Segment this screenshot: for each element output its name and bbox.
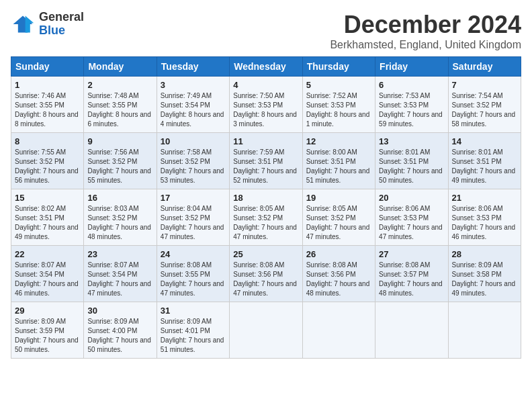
day-number: 14 xyxy=(452,136,517,146)
day-details: Sunrise: 8:09 AMSunset: 3:59 PMDaylight:… xyxy=(15,317,80,355)
day-details: Sunrise: 7:53 AMSunset: 3:53 PMDaylight:… xyxy=(379,91,444,129)
day-details: Sunrise: 8:09 AMSunset: 3:58 PMDaylight:… xyxy=(452,261,517,298)
day-number: 27 xyxy=(379,249,444,259)
day-details: Sunrise: 8:06 AMSunset: 3:53 PMDaylight:… xyxy=(452,204,517,242)
day-cell: 5Sunrise: 7:52 AMSunset: 3:53 PMDaylight… xyxy=(302,77,375,133)
day-cell xyxy=(448,302,521,359)
day-cell: 22Sunrise: 8:07 AMSunset: 3:54 PMDayligh… xyxy=(11,246,84,302)
day-number: 10 xyxy=(161,136,226,146)
day-details: Sunrise: 8:09 AMSunset: 4:01 PMDaylight:… xyxy=(161,317,226,355)
day-number: 18 xyxy=(233,193,298,203)
day-header-thursday: Thursday xyxy=(302,57,375,77)
day-details: Sunrise: 7:56 AMSunset: 3:52 PMDaylight:… xyxy=(87,148,152,185)
day-number: 2 xyxy=(87,80,152,90)
day-number: 6 xyxy=(379,80,444,90)
day-number: 12 xyxy=(306,136,371,146)
day-details: Sunrise: 8:03 AMSunset: 3:52 PMDaylight:… xyxy=(87,204,152,242)
day-number: 4 xyxy=(233,80,298,90)
day-details: Sunrise: 8:07 AMSunset: 3:54 PMDaylight:… xyxy=(87,261,152,298)
day-number: 9 xyxy=(87,136,152,146)
day-cell: 12Sunrise: 8:00 AMSunset: 3:51 PMDayligh… xyxy=(302,133,375,189)
day-cell: 15Sunrise: 8:02 AMSunset: 3:51 PMDayligh… xyxy=(11,189,84,246)
day-details: Sunrise: 8:00 AMSunset: 3:51 PMDaylight:… xyxy=(306,148,371,185)
day-cell: 27Sunrise: 8:08 AMSunset: 3:57 PMDayligh… xyxy=(375,246,448,302)
day-number: 20 xyxy=(379,193,444,203)
day-cell: 23Sunrise: 8:07 AMSunset: 3:54 PMDayligh… xyxy=(84,246,157,302)
day-number: 11 xyxy=(233,136,298,146)
day-header-wednesday: Wednesday xyxy=(230,57,302,77)
logo-text: General Blue xyxy=(39,11,84,38)
day-details: Sunrise: 8:06 AMSunset: 3:53 PMDaylight:… xyxy=(379,204,444,242)
day-details: Sunrise: 8:07 AMSunset: 3:54 PMDaylight:… xyxy=(15,261,80,298)
day-cell: 11Sunrise: 7:59 AMSunset: 3:51 PMDayligh… xyxy=(230,133,302,189)
day-details: Sunrise: 7:49 AMSunset: 3:54 PMDaylight:… xyxy=(161,91,226,129)
day-details: Sunrise: 7:50 AMSunset: 3:53 PMDaylight:… xyxy=(233,91,298,129)
day-cell: 25Sunrise: 8:08 AMSunset: 3:56 PMDayligh… xyxy=(230,246,302,302)
day-number: 3 xyxy=(161,80,226,90)
day-number: 26 xyxy=(306,249,371,259)
day-cell: 16Sunrise: 8:03 AMSunset: 3:52 PMDayligh… xyxy=(84,189,157,246)
day-number: 16 xyxy=(87,193,152,203)
day-cell xyxy=(230,302,302,359)
day-cell: 19Sunrise: 8:05 AMSunset: 3:52 PMDayligh… xyxy=(302,189,375,246)
day-header-friday: Friday xyxy=(375,57,448,77)
week-row-2: 8Sunrise: 7:55 AMSunset: 3:52 PMDaylight… xyxy=(11,133,521,189)
week-row-4: 22Sunrise: 8:07 AMSunset: 3:54 PMDayligh… xyxy=(11,246,521,302)
day-cell: 28Sunrise: 8:09 AMSunset: 3:58 PMDayligh… xyxy=(448,246,521,302)
calendar-table: SundayMondayTuesdayWednesdayThursdayFrid… xyxy=(11,56,521,359)
day-cell: 31Sunrise: 8:09 AMSunset: 4:01 PMDayligh… xyxy=(157,302,229,359)
month-title: December 2024 xyxy=(330,11,521,39)
day-header-tuesday: Tuesday xyxy=(157,57,229,77)
day-cell xyxy=(375,302,448,359)
logo: General Blue xyxy=(11,11,84,38)
day-cell: 1Sunrise: 7:46 AMSunset: 3:55 PMDaylight… xyxy=(11,77,84,133)
day-cell: 29Sunrise: 8:09 AMSunset: 3:59 PMDayligh… xyxy=(11,302,84,359)
day-number: 7 xyxy=(452,80,517,90)
day-cell: 26Sunrise: 8:08 AMSunset: 3:56 PMDayligh… xyxy=(302,246,375,302)
day-details: Sunrise: 8:04 AMSunset: 3:52 PMDaylight:… xyxy=(161,204,226,242)
day-number: 23 xyxy=(87,249,152,259)
day-header-sunday: Sunday xyxy=(11,57,84,77)
location-title: Berkhamsted, England, United Kingdom xyxy=(330,39,521,51)
header-row: SundayMondayTuesdayWednesdayThursdayFrid… xyxy=(11,57,521,77)
day-details: Sunrise: 7:55 AMSunset: 3:52 PMDaylight:… xyxy=(15,148,80,185)
day-number: 8 xyxy=(15,136,80,146)
day-number: 13 xyxy=(379,136,444,146)
day-number: 21 xyxy=(452,193,517,203)
day-details: Sunrise: 7:54 AMSunset: 3:52 PMDaylight:… xyxy=(452,91,517,129)
day-cell: 2Sunrise: 7:48 AMSunset: 3:55 PMDaylight… xyxy=(84,77,157,133)
logo-icon xyxy=(11,12,35,36)
day-details: Sunrise: 8:02 AMSunset: 3:51 PMDaylight:… xyxy=(15,204,80,242)
page-header: General Blue December 2024 Berkhamsted, … xyxy=(11,11,521,51)
day-cell: 4Sunrise: 7:50 AMSunset: 3:53 PMDaylight… xyxy=(230,77,302,133)
day-cell: 21Sunrise: 8:06 AMSunset: 3:53 PMDayligh… xyxy=(448,189,521,246)
day-details: Sunrise: 8:05 AMSunset: 3:52 PMDaylight:… xyxy=(233,204,298,242)
day-details: Sunrise: 7:48 AMSunset: 3:55 PMDaylight:… xyxy=(87,91,152,129)
day-number: 31 xyxy=(161,306,226,316)
day-cell xyxy=(302,302,375,359)
day-cell: 30Sunrise: 8:09 AMSunset: 4:00 PMDayligh… xyxy=(84,302,157,359)
day-number: 17 xyxy=(161,193,226,203)
week-row-3: 15Sunrise: 8:02 AMSunset: 3:51 PMDayligh… xyxy=(11,189,521,246)
day-cell: 3Sunrise: 7:49 AMSunset: 3:54 PMDaylight… xyxy=(157,77,229,133)
day-cell: 8Sunrise: 7:55 AMSunset: 3:52 PMDaylight… xyxy=(11,133,84,189)
day-number: 25 xyxy=(233,249,298,259)
day-cell: 9Sunrise: 7:56 AMSunset: 3:52 PMDaylight… xyxy=(84,133,157,189)
day-number: 15 xyxy=(15,193,80,203)
day-number: 22 xyxy=(15,249,80,259)
day-cell: 7Sunrise: 7:54 AMSunset: 3:52 PMDaylight… xyxy=(448,77,521,133)
day-details: Sunrise: 8:08 AMSunset: 3:56 PMDaylight:… xyxy=(233,261,298,298)
day-number: 5 xyxy=(306,80,371,90)
title-area: December 2024 Berkhamsted, England, Unit… xyxy=(330,11,521,51)
day-header-saturday: Saturday xyxy=(448,57,521,77)
day-number: 1 xyxy=(15,80,80,90)
day-details: Sunrise: 7:58 AMSunset: 3:52 PMDaylight:… xyxy=(161,148,226,185)
day-cell: 13Sunrise: 8:01 AMSunset: 3:51 PMDayligh… xyxy=(375,133,448,189)
day-details: Sunrise: 8:09 AMSunset: 4:00 PMDaylight:… xyxy=(87,317,152,355)
day-cell: 10Sunrise: 7:58 AMSunset: 3:52 PMDayligh… xyxy=(157,133,229,189)
day-details: Sunrise: 7:59 AMSunset: 3:51 PMDaylight:… xyxy=(233,148,298,185)
day-cell: 18Sunrise: 8:05 AMSunset: 3:52 PMDayligh… xyxy=(230,189,302,246)
day-cell: 6Sunrise: 7:53 AMSunset: 3:53 PMDaylight… xyxy=(375,77,448,133)
day-details: Sunrise: 7:52 AMSunset: 3:53 PMDaylight:… xyxy=(306,91,371,129)
day-cell: 14Sunrise: 8:01 AMSunset: 3:51 PMDayligh… xyxy=(448,133,521,189)
